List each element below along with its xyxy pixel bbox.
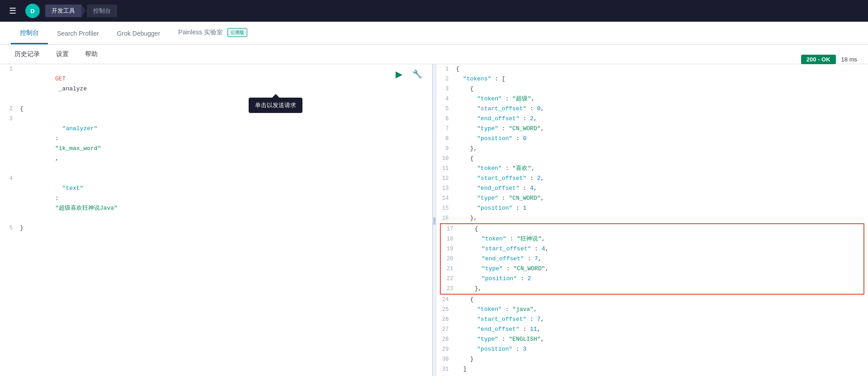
response-line: 6 "end_offset" : 2,	[436, 114, 868, 124]
response-line: 25 "token" : "java",	[436, 305, 868, 315]
response-line: 22 "position" : 2	[441, 274, 864, 284]
response-line: 18 "token" : "狂神说",	[441, 234, 864, 244]
tab-console[interactable]: 控制台	[11, 23, 48, 44]
response-line: 2 "tokens" : [	[436, 74, 868, 84]
response-line: 21 "type" : "CN_WORD",	[441, 264, 864, 274]
response-line: 5 "start_offset" : 0,	[436, 104, 868, 114]
settings-button[interactable]: 设置	[52, 48, 72, 60]
tab-bar: 控制台 Search Profiler Grok Debugger Painle…	[0, 22, 868, 45]
secondary-toolbar: 历史记录 设置 帮助	[0, 45, 868, 64]
tab-search-profiler[interactable]: Search Profiler	[48, 24, 108, 44]
hamburger-icon[interactable]: ☰	[5, 6, 20, 16]
beta-badge: 公测版	[227, 28, 247, 37]
status-bar: 200 - OK 18 ms	[801, 55, 857, 64]
help-button[interactable]: 帮助	[81, 48, 101, 60]
response-line: 27 "end_offset" : 11,	[436, 324, 868, 334]
highlight-box: 17 {18 "token" : "狂神说",19 "start_offset"…	[440, 223, 865, 295]
top-bar: ☰ D 开发工具 控制台	[0, 0, 868, 22]
response-line: 31 ]	[436, 364, 868, 374]
status-code: 200 - OK	[801, 55, 836, 64]
editor-line-5: 5 }	[0, 223, 432, 233]
main-area: ▶ 🔧 单击以发送请求 1 GET _analyze 2 { 3	[0, 64, 868, 376]
response-line: 9 },	[436, 144, 868, 154]
response-line: 19 "start_offset" : 4,	[441, 244, 864, 254]
editor-line-2: 2 {	[0, 104, 432, 114]
response-line: 10 {	[436, 154, 868, 164]
response-pane[interactable]: 1{2 "tokens" : [3 {4 "token" : "超级",5 "s…	[436, 64, 868, 376]
response-line: 12 "start_offset" : 2,	[436, 174, 868, 183]
response-line: 16 },	[436, 213, 868, 223]
run-button[interactable]: ▶	[393, 68, 405, 80]
response-line: 17 {	[441, 224, 864, 234]
response-line: 11 "token" : "喜欢",	[436, 164, 868, 174]
breadcrumb-devtools[interactable]: 开发工具	[45, 5, 81, 17]
breadcrumb: 开发工具 控制台	[45, 5, 117, 17]
response-line: 20 "end_offset" : 7,	[441, 254, 864, 264]
editor-line-1: 1 GET _analyze	[0, 64, 432, 104]
response-line: 13 "end_offset" : 4,	[436, 183, 868, 193]
response-line: 3 {	[436, 84, 868, 94]
wrench-button[interactable]: 🔧	[410, 68, 425, 80]
editor-line-4: 4 "text" : "超级喜欢狂神说Java"	[0, 174, 432, 223]
response-line: 32}	[436, 374, 868, 376]
avatar: D	[25, 4, 40, 18]
response-line: 1{	[436, 64, 868, 74]
response-line: 15 "position" : 1	[436, 203, 868, 213]
editor-line-3: 3 "analyzer" : "ik_max_word" ,	[0, 114, 432, 174]
response-line: 29 "position" : 3	[436, 344, 868, 354]
tab-painless-lab[interactable]: Painless 实验室 公测版	[169, 22, 256, 44]
breadcrumb-console[interactable]: 控制台	[87, 5, 117, 17]
response-line: 14 "type" : "CN_WORD",	[436, 193, 868, 203]
response-line: 4 "token" : "超级",	[436, 94, 868, 104]
response-line: 26 "start_offset" : 7,	[436, 315, 868, 324]
editor-content[interactable]: 1 GET _analyze 2 { 3 "analyzer" : "ik_ma…	[0, 64, 432, 376]
editor-actions: ▶ 🔧	[393, 68, 425, 80]
response-line: 28 "type" : "ENGLISH",	[436, 334, 868, 344]
response-line: 7 "type" : "CN_WORD",	[436, 124, 868, 134]
response-line: 30 }	[436, 354, 868, 364]
tab-grok-debugger[interactable]: Grok Debugger	[108, 24, 170, 44]
response-line: 24 {	[436, 295, 868, 305]
status-time: 18 ms	[841, 56, 857, 63]
response-line: 23 },	[441, 284, 864, 294]
pane-divider[interactable]: ‖	[433, 64, 436, 376]
response-line: 8 "position" : 0	[436, 134, 868, 144]
editor-pane: ▶ 🔧 单击以发送请求 1 GET _analyze 2 { 3	[0, 64, 433, 376]
response-content: 1{2 "tokens" : [3 {4 "token" : "超级",5 "s…	[436, 64, 868, 376]
history-button[interactable]: 历史记录	[11, 48, 43, 60]
